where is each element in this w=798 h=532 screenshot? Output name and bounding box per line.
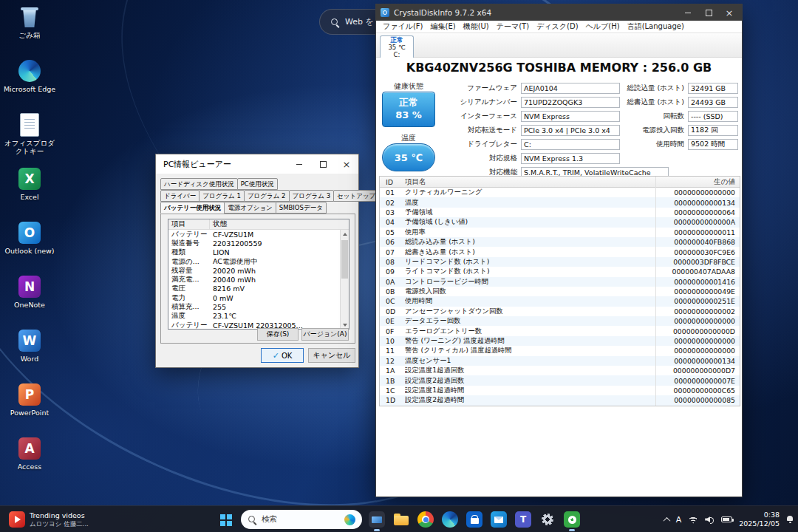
column-header-item[interactable]: 項目 — [168, 219, 210, 229]
maximize-icon[interactable] — [311, 154, 335, 174]
ok-button[interactable]: ✓ OK — [261, 348, 304, 363]
taskbar-app-icon[interactable] — [392, 511, 410, 528]
pcv-tab[interactable]: セットアップ — [333, 190, 379, 202]
taskbar-search-box[interactable]: 検索 — [241, 510, 362, 529]
pcv-tab[interactable]: SMBIOSデータ — [276, 202, 327, 214]
close-icon[interactable] — [335, 154, 358, 174]
battery-list-row[interactable]: 種類 LION — [168, 248, 349, 257]
health-status-box[interactable]: 正常 83 % — [382, 92, 435, 127]
taskbar-app-icon[interactable] — [539, 511, 556, 528]
menu-item[interactable]: 編集(E) — [427, 21, 460, 32]
minimize-icon[interactable] — [287, 154, 311, 174]
smart-attribute-row[interactable]: 03 予備領域 00000000000064 — [380, 208, 740, 217]
battery-status-list[interactable]: 項目 状態 バッテリー CF-VZSU1M 製造番号 22031200559 種… — [168, 219, 349, 330]
pcv-tab[interactable]: プログラム 3 — [289, 190, 335, 202]
smart-attribute-row[interactable]: 1D 設定温度2超過時間 00000000000085 — [380, 395, 740, 405]
scrollbar-thumb[interactable] — [341, 240, 348, 279]
temperature-value-box[interactable]: 35 ℃ — [382, 143, 435, 171]
close-icon[interactable] — [721, 6, 737, 19]
minimize-icon[interactable] — [680, 6, 696, 19]
ime-indicator[interactable]: A — [676, 515, 682, 525]
widgets-button[interactable]: Trending videos ムロツヨシ 佐藤二... — [4, 508, 93, 531]
taskbar-app-icon[interactable] — [441, 511, 459, 528]
desktop-icon[interactable]: Word — [3, 326, 56, 380]
smart-attribute-row[interactable]: 0D アンセーフシャットダウン回数 00000000000002 — [380, 307, 740, 316]
smart-attribute-row[interactable]: 05 使用率 00000000000011 — [380, 228, 740, 237]
taskbar-app-icon[interactable] — [514, 511, 532, 528]
disk-tab[interactable]: 正常 35 ℃ C: — [380, 35, 414, 58]
menu-item[interactable]: 機能(U) — [460, 21, 493, 32]
desktop-icon[interactable]: PowerPoint — [3, 380, 56, 434]
battery-list-row[interactable]: 電力 0 mW — [168, 293, 349, 302]
smart-attribute-row[interactable]: 08 リードコマンド数 (ホスト) 0000003DF8FBCE — [380, 257, 740, 267]
menu-item[interactable]: テーマ(T) — [493, 21, 533, 32]
column-header-state[interactable]: 状態 — [210, 219, 349, 229]
desktop-icon[interactable]: オフィスプロダクトキー — [3, 110, 56, 164]
taskbar-clock[interactable]: 0:38 2025/12/05 — [739, 511, 780, 529]
desktop-icon[interactable]: Excel — [3, 164, 56, 218]
tray-chevron-up-icon[interactable] — [663, 516, 670, 524]
cdi-titlebar[interactable]: CrystalDiskInfo 9.7.2 x64 — [376, 4, 742, 21]
smart-attribute-row[interactable]: 07 総書き込み量 (ホスト) 000000030FC9E6 — [380, 247, 740, 256]
volume-icon[interactable] — [705, 515, 715, 524]
save-button[interactable]: 保存(S) — [257, 328, 299, 341]
smart-attribute-row[interactable]: 0E データエラー回数 00000000000000 — [380, 316, 740, 326]
pcv-tab[interactable]: ハードディスク使用状況 — [160, 178, 238, 190]
menu-item[interactable]: ヘルプ(H) — [582, 21, 624, 32]
smart-attribute-row[interactable]: 0B 電源投入回数 0000000000049E — [380, 287, 740, 296]
scrollbar[interactable] — [340, 230, 349, 329]
smart-attribute-row[interactable]: 1C 設定温度1超過時間 00000000000C65 — [380, 386, 740, 395]
start-button[interactable] — [213, 508, 238, 531]
smart-header-raw[interactable]: 生の値 — [656, 177, 740, 187]
desktop-icon[interactable]: Outlook (new) — [3, 218, 56, 272]
pcv-tab[interactable]: プログラム 1 — [199, 190, 245, 202]
smart-attribute-row[interactable]: 04 予備領域 (しきい値) 0000000000000A — [380, 217, 740, 227]
menu-item[interactable]: ディスク(D) — [533, 21, 582, 32]
battery-list-row[interactable]: 満充電... 20040 mWh — [168, 275, 349, 284]
taskbar-app-icon[interactable] — [368, 511, 386, 528]
desktop-icon[interactable]: ごみ箱 — [3, 2, 56, 56]
taskbar-app-icon[interactable] — [466, 511, 483, 528]
desktop-icon[interactable]: OneNote — [3, 272, 56, 326]
battery-list-row[interactable]: 積算充... 255 — [168, 302, 349, 311]
smart-attribute-row[interactable]: 09 ライトコマンド数 (ホスト) 000000407ADAA8 — [380, 267, 740, 276]
menu-item[interactable]: ファイル(F) — [379, 21, 427, 32]
battery-list-row[interactable]: 製造番号 22031200559 — [168, 239, 349, 248]
taskbar-app-icon[interactable] — [490, 511, 508, 528]
smart-header-name[interactable]: 項目名 — [405, 177, 656, 187]
desktop-icon[interactable]: Microsoft Edge — [3, 56, 56, 110]
smart-attribute-row[interactable]: 0C 使用時間 0000000000251E — [380, 296, 740, 306]
notification-bell-icon[interactable] — [786, 516, 794, 523]
smart-attribute-row[interactable]: 11 警告 (クリティカル) 温度超過時間 00000000000000 — [380, 346, 740, 355]
taskbar-app-icon[interactable] — [563, 511, 581, 528]
battery-list-row[interactable]: 残容量 20020 mWh — [168, 266, 349, 275]
smart-attribute-row[interactable]: 1A 設定温度1超過回数 000000000000D7 — [380, 366, 740, 375]
smart-attribute-row[interactable]: 0A コントローラービジー時間 00000000001416 — [380, 277, 740, 287]
wifi-icon[interactable] — [688, 516, 698, 524]
pcv-tab[interactable]: バッテリー使用状況 — [160, 202, 225, 214]
smart-attribute-row[interactable]: 02 温度 00000000000134 — [380, 197, 740, 207]
smart-attribute-row[interactable]: 06 総読み込み量 (ホスト) 000000040FB868 — [380, 237, 740, 247]
battery-list-row[interactable]: 電源の... AC電源使用中 — [168, 257, 349, 266]
smart-attribute-row[interactable]: 1B 設定温度2超過回数 0000000000007E — [380, 375, 740, 385]
pcv-tab[interactable]: 電源オプション — [224, 202, 276, 214]
smart-header-id[interactable]: ID — [380, 178, 405, 186]
taskbar-app-icon[interactable] — [417, 511, 434, 528]
maximize-icon[interactable] — [700, 6, 717, 19]
battery-list-row[interactable]: バッテリー CF-VZSU1M — [168, 230, 349, 239]
menu-item[interactable]: 言語(Language) — [624, 21, 688, 32]
cancel-button[interactable]: キャンセル — [308, 348, 355, 363]
smart-attribute-row[interactable]: 10 警告 (ワーニング) 温度超過時間 00000000000000 — [380, 336, 740, 346]
scrollbar-up-icon[interactable] — [341, 230, 349, 238]
desktop-icon[interactable]: Access — [3, 434, 56, 488]
smart-attribute-row[interactable]: 12 温度センサー1 00000000000134 — [380, 356, 740, 366]
battery-list-row[interactable]: 温度 23.1℃ — [168, 312, 349, 321]
battery-icon[interactable] — [721, 516, 732, 522]
smart-attribute-row[interactable]: 01 クリティカルワーニング 00000000000000 — [380, 188, 740, 197]
battery-list-row[interactable]: 電圧 8216 mV — [168, 284, 349, 293]
version-button[interactable]: バージョン(A) — [301, 328, 349, 341]
pcv-titlebar[interactable]: PC情報ビューアー — [156, 154, 358, 174]
smart-attribute-row[interactable]: 0F エラーログエントリー数 0000000000000D — [380, 326, 740, 335]
pcv-tab[interactable]: ドライバー — [160, 190, 200, 202]
pcv-tab[interactable]: プログラム 2 — [244, 190, 290, 202]
